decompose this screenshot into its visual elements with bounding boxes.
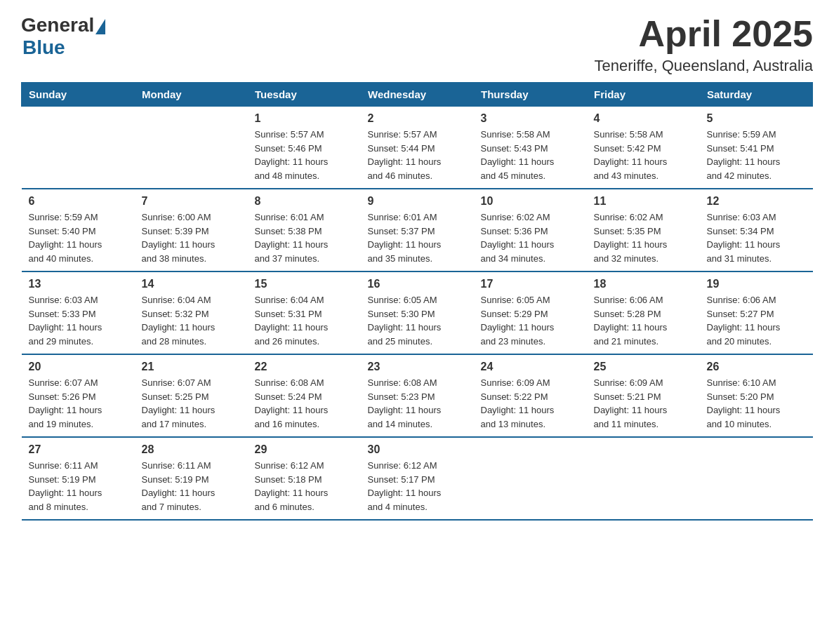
day-number: 14 [142, 278, 241, 290]
calendar-cell: 2Sunrise: 5:57 AMSunset: 5:44 PMDaylight… [361, 107, 474, 189]
day-info: Sunrise: 6:12 AMSunset: 5:18 PMDaylight:… [255, 459, 354, 514]
calendar-body: 1Sunrise: 5:57 AMSunset: 5:46 PMDaylight… [22, 107, 813, 521]
day-number: 5 [707, 112, 806, 125]
calendar-cell: 25Sunrise: 6:09 AMSunset: 5:21 PMDayligh… [587, 354, 700, 437]
calendar-cell [135, 107, 248, 189]
day-info: Sunrise: 5:59 AMSunset: 5:40 PMDaylight:… [29, 210, 128, 265]
day-info: Sunrise: 6:01 AMSunset: 5:37 PMDaylight:… [368, 210, 467, 265]
day-info: Sunrise: 6:02 AMSunset: 5:36 PMDaylight:… [481, 210, 580, 265]
header-monday: Monday [135, 83, 248, 107]
calendar-cell: 10Sunrise: 6:02 AMSunset: 5:36 PMDayligh… [474, 189, 587, 271]
days-of-week-row: Sunday Monday Tuesday Wednesday Thursday… [22, 83, 813, 107]
calendar-week-3: 13Sunrise: 6:03 AMSunset: 5:33 PMDayligh… [22, 271, 813, 354]
day-number: 7 [142, 195, 241, 208]
day-info: Sunrise: 6:02 AMSunset: 5:35 PMDaylight:… [594, 210, 693, 265]
day-info: Sunrise: 6:03 AMSunset: 5:33 PMDaylight:… [29, 293, 128, 348]
logo-blue-text: Blue [22, 36, 65, 59]
calendar-cell: 7Sunrise: 6:00 AMSunset: 5:39 PMDaylight… [135, 189, 248, 271]
calendar-week-4: 20Sunrise: 6:07 AMSunset: 5:26 PMDayligh… [22, 354, 813, 437]
calendar-cell: 28Sunrise: 6:11 AMSunset: 5:19 PMDayligh… [135, 437, 248, 520]
calendar-cell [700, 437, 813, 520]
calendar-week-2: 6Sunrise: 5:59 AMSunset: 5:40 PMDaylight… [22, 189, 813, 271]
day-number: 22 [255, 361, 354, 373]
calendar-cell: 19Sunrise: 6:06 AMSunset: 5:27 PMDayligh… [700, 271, 813, 354]
calendar-cell: 8Sunrise: 6:01 AMSunset: 5:38 PMDaylight… [248, 189, 361, 271]
calendar-cell: 4Sunrise: 5:58 AMSunset: 5:42 PMDaylight… [587, 107, 700, 189]
calendar-cell: 23Sunrise: 6:08 AMSunset: 5:23 PMDayligh… [361, 354, 474, 437]
calendar-cell: 3Sunrise: 5:58 AMSunset: 5:43 PMDaylight… [474, 107, 587, 189]
day-number: 26 [707, 361, 806, 373]
header-saturday: Saturday [700, 83, 813, 107]
day-info: Sunrise: 5:57 AMSunset: 5:46 PMDaylight:… [255, 128, 354, 182]
calendar-cell: 15Sunrise: 6:04 AMSunset: 5:31 PMDayligh… [248, 271, 361, 354]
day-number: 17 [481, 278, 580, 290]
header-thursday: Thursday [474, 83, 587, 107]
day-number: 24 [481, 361, 580, 373]
calendar-header: Sunday Monday Tuesday Wednesday Thursday… [22, 83, 813, 107]
day-info: Sunrise: 6:08 AMSunset: 5:23 PMDaylight:… [368, 376, 467, 431]
header-tuesday: Tuesday [248, 83, 361, 107]
logo-top: General [21, 14, 105, 36]
logo: General Blue [21, 14, 105, 59]
calendar-cell: 26Sunrise: 6:10 AMSunset: 5:20 PMDayligh… [700, 354, 813, 437]
day-info: Sunrise: 6:08 AMSunset: 5:24 PMDaylight:… [255, 376, 354, 431]
day-number: 1 [255, 112, 354, 125]
day-number: 23 [368, 361, 467, 373]
day-number: 13 [29, 278, 128, 290]
calendar-cell: 20Sunrise: 6:07 AMSunset: 5:26 PMDayligh… [22, 354, 135, 437]
calendar-cell [587, 437, 700, 520]
day-info: Sunrise: 6:12 AMSunset: 5:17 PMDaylight:… [368, 459, 467, 514]
calendar-table: Sunday Monday Tuesday Wednesday Thursday… [21, 82, 813, 521]
day-number: 27 [29, 443, 128, 456]
day-number: 8 [255, 195, 354, 208]
day-info: Sunrise: 6:03 AMSunset: 5:34 PMDaylight:… [707, 210, 806, 265]
day-info: Sunrise: 6:06 AMSunset: 5:28 PMDaylight:… [594, 293, 693, 348]
day-info: Sunrise: 6:05 AMSunset: 5:29 PMDaylight:… [481, 293, 580, 348]
calendar-cell: 11Sunrise: 6:02 AMSunset: 5:35 PMDayligh… [587, 189, 700, 271]
day-info: Sunrise: 6:04 AMSunset: 5:31 PMDaylight:… [255, 293, 354, 348]
day-info: Sunrise: 6:00 AMSunset: 5:39 PMDaylight:… [142, 210, 241, 265]
day-info: Sunrise: 5:57 AMSunset: 5:44 PMDaylight:… [368, 128, 467, 182]
calendar-week-5: 27Sunrise: 6:11 AMSunset: 5:19 PMDayligh… [22, 437, 813, 520]
day-info: Sunrise: 5:58 AMSunset: 5:43 PMDaylight:… [481, 128, 580, 182]
calendar-cell [474, 437, 587, 520]
month-title: April 2025 [595, 14, 813, 54]
day-number: 12 [707, 195, 806, 208]
calendar-cell: 24Sunrise: 6:09 AMSunset: 5:22 PMDayligh… [474, 354, 587, 437]
calendar-cell: 21Sunrise: 6:07 AMSunset: 5:25 PMDayligh… [135, 354, 248, 437]
day-number: 15 [255, 278, 354, 290]
logo-triangle-icon [95, 19, 105, 34]
day-info: Sunrise: 5:58 AMSunset: 5:42 PMDaylight:… [594, 128, 693, 182]
day-info: Sunrise: 6:09 AMSunset: 5:22 PMDaylight:… [481, 376, 580, 431]
day-number: 29 [255, 443, 354, 456]
day-number: 18 [594, 278, 693, 290]
day-number: 25 [594, 361, 693, 373]
header-friday: Friday [587, 83, 700, 107]
day-number: 2 [368, 112, 467, 125]
calendar-cell: 29Sunrise: 6:12 AMSunset: 5:18 PMDayligh… [248, 437, 361, 520]
calendar-week-1: 1Sunrise: 5:57 AMSunset: 5:46 PMDaylight… [22, 107, 813, 189]
day-info: Sunrise: 6:07 AMSunset: 5:26 PMDaylight:… [29, 376, 128, 431]
day-number: 20 [29, 361, 128, 373]
header-sunday: Sunday [22, 83, 135, 107]
day-number: 3 [481, 112, 580, 125]
day-info: Sunrise: 6:01 AMSunset: 5:38 PMDaylight:… [255, 210, 354, 265]
day-info: Sunrise: 6:11 AMSunset: 5:19 PMDaylight:… [29, 459, 128, 514]
day-info: Sunrise: 6:10 AMSunset: 5:20 PMDaylight:… [707, 376, 806, 431]
calendar-cell: 22Sunrise: 6:08 AMSunset: 5:24 PMDayligh… [248, 354, 361, 437]
day-number: 4 [594, 112, 693, 125]
logo-general-text: General [21, 14, 94, 36]
day-number: 11 [594, 195, 693, 208]
day-number: 21 [142, 361, 241, 373]
calendar-cell: 30Sunrise: 6:12 AMSunset: 5:17 PMDayligh… [361, 437, 474, 520]
calendar-cell: 17Sunrise: 6:05 AMSunset: 5:29 PMDayligh… [474, 271, 587, 354]
calendar-cell: 5Sunrise: 5:59 AMSunset: 5:41 PMDaylight… [700, 107, 813, 189]
day-info: Sunrise: 6:04 AMSunset: 5:32 PMDaylight:… [142, 293, 241, 348]
day-info: Sunrise: 6:09 AMSunset: 5:21 PMDaylight:… [594, 376, 693, 431]
day-number: 19 [707, 278, 806, 290]
calendar-cell: 1Sunrise: 5:57 AMSunset: 5:46 PMDaylight… [248, 107, 361, 189]
day-info: Sunrise: 6:06 AMSunset: 5:27 PMDaylight:… [707, 293, 806, 348]
location-title: Teneriffe, Queensland, Australia [595, 57, 813, 75]
day-info: Sunrise: 6:07 AMSunset: 5:25 PMDaylight:… [142, 376, 241, 431]
header-wednesday: Wednesday [361, 83, 474, 107]
